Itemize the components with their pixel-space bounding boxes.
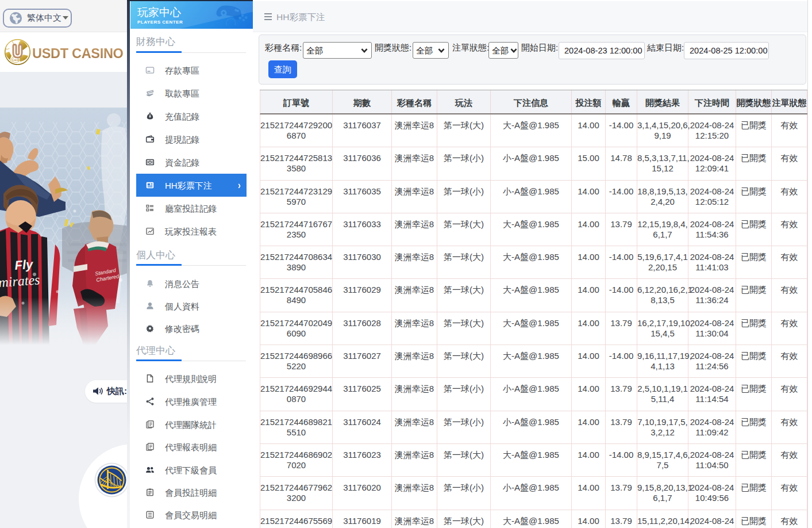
svg-text:Casino: Casino: [11, 58, 23, 62]
svg-text:Fly: Fly: [14, 257, 34, 273]
